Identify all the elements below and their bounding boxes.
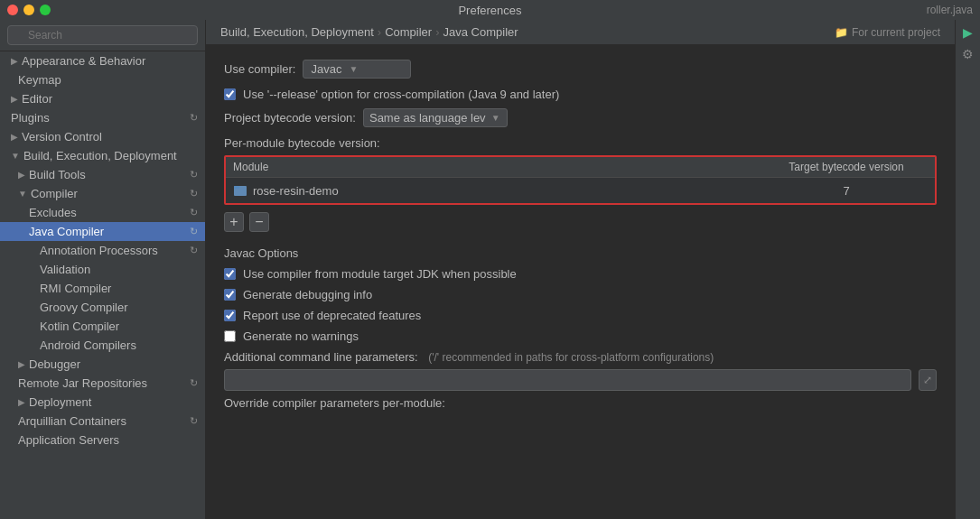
module-name-cell: rose-resin-demo: [253, 184, 765, 198]
maximize-button[interactable]: [40, 5, 51, 15]
sidebar-label-rmi-compiler: RMI Compiler: [40, 282, 111, 295]
sidebar-item-remote-jar[interactable]: Remote Jar Repositories ↻: [0, 374, 205, 393]
sidebar-label-deployment: Deployment: [29, 395, 91, 409]
chevron-right-icon: ▶: [11, 56, 18, 66]
content-area: Build, Execution, Deployment › Compiler …: [206, 20, 955, 519]
sidebar-item-keymap[interactable]: Keymap: [0, 70, 205, 89]
checkbox-no-warnings[interactable]: [224, 330, 236, 342]
chevron-down-icon-compiler: ▼: [18, 189, 27, 199]
tab-label: roller.java: [927, 4, 973, 16]
sidebar-item-arquillian[interactable]: Arquillian Containers ↻: [0, 412, 205, 431]
chevron-right-icon-deploy: ▶: [18, 397, 25, 407]
sidebar-item-compiler[interactable]: ▼ Compiler ↻: [0, 184, 205, 203]
sync-icon-compiler: ↻: [190, 188, 198, 199]
sidebar-label-keymap: Keymap: [18, 73, 61, 87]
sidebar-label-validation: Validation: [40, 263, 90, 276]
sidebar-item-deployment[interactable]: ▶ Deployment: [0, 393, 205, 412]
sidebar-item-app-servers[interactable]: Application Servers: [0, 431, 205, 449]
sync-icon-plugins: ↻: [190, 112, 198, 124]
window-title: Preferences: [458, 4, 521, 17]
breadcrumb-project: 📁 For current project: [835, 26, 940, 39]
sidebar-item-java-compiler[interactable]: Java Compiler ↻: [0, 222, 205, 241]
sidebar-item-android-compilers[interactable]: Android Compilers: [0, 336, 205, 355]
settings-icon[interactable]: ⚙: [962, 47, 974, 61]
checkbox-module-jdk-row: Use compiler from module target JDK when…: [224, 267, 937, 281]
sidebar-label-kotlin-compiler: Kotlin Compiler: [40, 320, 119, 333]
chevron-right-icon-bt: ▶: [18, 170, 25, 180]
breadcrumb-sep-2: ›: [435, 25, 439, 39]
checkbox-deprecated[interactable]: [224, 310, 236, 321]
table-row[interactable]: rose-resin-demo 7: [226, 178, 935, 203]
dropdown-arrow-icon: ▼: [349, 64, 358, 74]
target-version-cell: 7: [765, 184, 928, 198]
compiler-dropdown[interactable]: Javac ▼: [303, 60, 411, 79]
additional-params-input[interactable]: [224, 369, 911, 391]
table-header: Module Target bytecode version: [226, 157, 935, 178]
additional-params-note: ('/' recommended in paths for cross-plat…: [428, 351, 714, 364]
chevron-right-icon-debugger: ▶: [18, 359, 25, 369]
sidebar-item-excludes[interactable]: Excludes ↻: [0, 203, 205, 222]
sidebar-label-java-compiler: Java Compiler: [29, 225, 190, 238]
sidebar-label-arquillian: Arquillian Containers: [18, 414, 190, 428]
module-table: Module Target bytecode version rose-resi…: [224, 155, 937, 205]
additional-params-row: ⤢: [224, 369, 937, 391]
checkbox-deprecated-label: Report use of deprecated features: [243, 309, 421, 322]
sidebar-item-kotlin-compiler[interactable]: Kotlin Compiler: [0, 317, 205, 336]
sidebar-label-build-exec: Build, Execution, Deployment: [23, 149, 177, 162]
run-icon[interactable]: ▶: [963, 25, 973, 40]
sidebar-label-editor: Editor: [22, 92, 52, 106]
bytecode-dropdown[interactable]: Same as language lev ▼: [363, 108, 508, 127]
compiler-dropdown-value: Javac: [311, 62, 341, 76]
table-controls: + −: [224, 212, 937, 232]
right-panel: ▶ ⚙: [955, 20, 980, 519]
breadcrumb-sep-1: ›: [378, 25, 381, 39]
checkbox-release-label: Use '--release' option for cross-compila…: [243, 88, 559, 101]
bytecode-dropdown-value: Same as language lev: [369, 111, 486, 125]
search-input[interactable]: [7, 25, 198, 45]
sync-icon-ap: ↻: [190, 245, 198, 256]
sidebar-label-build-tools: Build Tools: [29, 168, 190, 181]
module-folder-icon: [233, 183, 247, 198]
sidebar-label-compiler: Compiler: [31, 187, 190, 200]
use-compiler-label: Use compiler:: [224, 62, 295, 76]
override-compiler-label: Override compiler parameters per-module:: [224, 396, 937, 410]
sidebar-label-android-compilers: Android Compilers: [40, 338, 136, 352]
sidebar: ⚲ ▶ Appearance & Behavior Keymap ▶ Edito…: [0, 20, 206, 519]
per-module-label: Per-module bytecode version:: [224, 136, 937, 150]
sidebar-label-plugins: Plugins: [11, 111, 190, 125]
checkbox-module-jdk[interactable]: [224, 268, 236, 280]
chevron-right-icon-editor: ▶: [11, 94, 18, 104]
project-bytecode-label: Project bytecode version:: [224, 111, 356, 125]
breadcrumb-part-2: Compiler: [385, 25, 432, 39]
use-compiler-row: Use compiler: Javac ▼: [224, 60, 937, 79]
sync-icon-arq: ↻: [190, 415, 198, 427]
params-expand-button[interactable]: ⤢: [919, 369, 937, 391]
sidebar-item-editor[interactable]: ▶ Editor: [0, 89, 205, 108]
minimize-button[interactable]: [23, 5, 34, 15]
checkbox-release[interactable]: [224, 88, 236, 100]
sidebar-label-appearance: Appearance & Behavior: [22, 54, 145, 68]
sidebar-item-build-exec[interactable]: ▼ Build, Execution, Deployment: [0, 146, 205, 165]
remove-module-button[interactable]: −: [249, 212, 269, 232]
sidebar-item-debugger[interactable]: ▶ Debugger: [0, 355, 205, 374]
additional-params-label: Additional command line parameters: ('/'…: [224, 350, 937, 364]
main-layout: ⚲ ▶ Appearance & Behavior Keymap ▶ Edito…: [0, 20, 980, 519]
traffic-lights: [7, 5, 51, 15]
add-module-button[interactable]: +: [224, 212, 244, 232]
checkbox-debug[interactable]: [224, 289, 236, 301]
checkbox-release-row: Use '--release' option for cross-compila…: [224, 88, 937, 101]
sidebar-item-rmi-compiler[interactable]: RMI Compiler: [0, 279, 205, 298]
sidebar-item-version-control[interactable]: ▶ Version Control: [0, 127, 205, 146]
sidebar-label-vc: Version Control: [22, 130, 102, 144]
sidebar-item-groovy-compiler[interactable]: Groovy Compiler: [0, 298, 205, 317]
close-button[interactable]: [7, 5, 18, 15]
project-label: For current project: [852, 26, 940, 39]
checkbox-no-warnings-row: Generate no warnings: [224, 329, 937, 343]
sidebar-item-build-tools[interactable]: ▶ Build Tools ↻: [0, 165, 205, 184]
checkbox-debug-row: Generate debugging info: [224, 288, 937, 301]
sidebar-item-appearance[interactable]: ▶ Appearance & Behavior: [0, 51, 205, 70]
sidebar-item-annotation-proc[interactable]: Annotation Processors ↻: [0, 241, 205, 260]
sidebar-item-plugins[interactable]: Plugins ↻: [0, 108, 205, 127]
sidebar-item-validation[interactable]: Validation: [0, 260, 205, 279]
chevron-right-icon-vc: ▶: [11, 132, 18, 142]
